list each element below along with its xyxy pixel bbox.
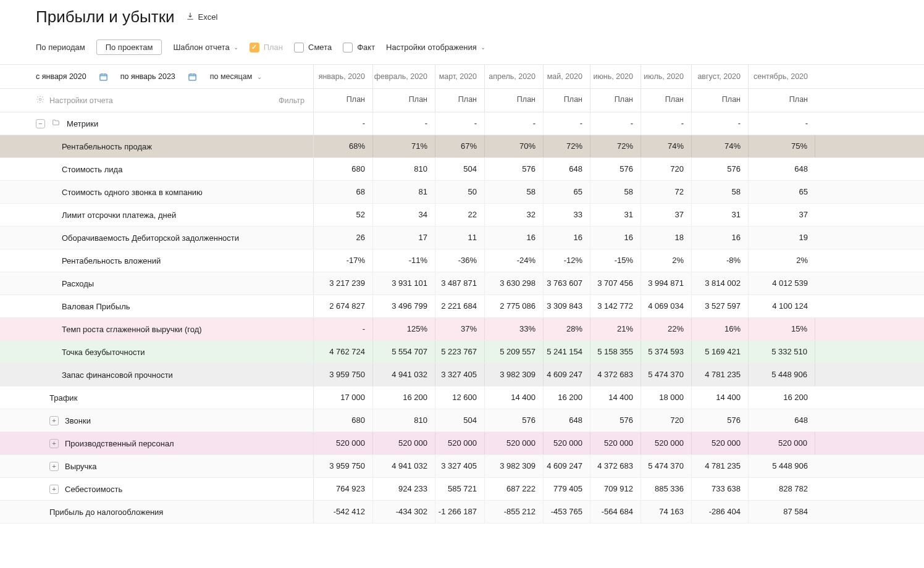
calendar-icon[interactable]	[188, 72, 197, 81]
row-label-text: Выручка	[65, 462, 97, 471]
cell: 520 000	[544, 432, 590, 454]
row-label-revenue: +Выручка	[0, 455, 314, 477]
chevron-down-icon: ⌄	[233, 44, 238, 51]
cell: 4 781 235	[692, 364, 749, 386]
row-label-gross-profit: Валовая Прибыль	[0, 295, 314, 317]
row-label-text: Прибыль до налогообложения	[49, 507, 163, 517]
checkbox-plan[interactable]: План	[250, 43, 283, 52]
cell: 16	[544, 227, 590, 249]
cell: -12%	[544, 249, 590, 272]
cell: 4 609 247	[544, 364, 590, 386]
cell: 3 217 239	[314, 272, 373, 294]
cell: -	[692, 112, 749, 135]
cell: 18 000	[641, 386, 692, 409]
row-label-text: Себестоимость	[65, 485, 122, 494]
cell: 3 142 772	[590, 295, 641, 317]
collapse-icon[interactable]: −	[36, 119, 45, 128]
cell: 58	[692, 181, 749, 203]
cell: 3 982 309	[485, 455, 544, 477]
cell: 520 000	[641, 432, 692, 454]
month-header: февраль, 2020	[373, 65, 435, 88]
tab-projects[interactable]: По проектам	[96, 40, 162, 55]
cell: 720	[641, 409, 692, 432]
cell: 26	[314, 227, 373, 249]
cell: -8%	[692, 249, 749, 272]
calendar-icon[interactable]	[99, 72, 108, 81]
filter-button[interactable]: Фильтр	[279, 96, 304, 105]
cell: 3 763 607	[544, 272, 590, 294]
granularity-dropdown[interactable]: по месяцам ⌄	[209, 72, 262, 81]
expand-icon[interactable]: +	[49, 439, 59, 448]
cell: 16%	[692, 318, 749, 340]
table-row: Рентабельность продаж68%71%67%70%72%72%7…	[0, 135, 924, 158]
cell: 764 923	[314, 478, 373, 500]
export-excel-button[interactable]: Excel	[186, 12, 218, 22]
cell: 733 638	[692, 478, 749, 500]
date-from[interactable]: с января 2020	[36, 72, 86, 81]
row-label-breakeven: Точка безубыточности	[0, 341, 314, 363]
cell: -17%	[314, 249, 373, 272]
month-header: апрель, 2020	[485, 65, 544, 88]
cell: 520 000	[373, 432, 435, 454]
page-title: Прибыли и убытки	[36, 7, 175, 27]
cell: 37	[641, 204, 692, 226]
display-settings-dropdown[interactable]: Настройки отображения ⌄	[386, 43, 485, 52]
cell: -	[590, 112, 641, 135]
row-label-sales-profitability: Рентабельность продаж	[0, 135, 314, 157]
table-row: Расходы3 217 2393 931 1013 487 8713 630 …	[0, 272, 924, 295]
gear-icon[interactable]	[36, 95, 44, 106]
row-label-text: Оборачиваемость Дебиторской задолженност…	[62, 233, 239, 243]
plan-header: План	[373, 89, 435, 112]
cell: 5 223 767	[435, 341, 485, 363]
cell: -	[544, 112, 590, 135]
row-label-roi: Рентабельность вложений	[0, 249, 314, 272]
export-excel-label: Excel	[198, 12, 218, 22]
cell: 648	[749, 158, 815, 180]
cell: 4 609 247	[544, 455, 590, 477]
date-to[interactable]: по январь 2023	[120, 72, 175, 81]
row-label-pretax-profit: Прибыль до налогообложения	[0, 501, 314, 523]
cell: 585 721	[435, 478, 485, 500]
checkbox-fact[interactable]: Факт	[343, 43, 375, 52]
cell: 2 674 827	[314, 295, 373, 317]
row-label-lead-cost: Стоимость лида	[0, 158, 314, 180]
template-dropdown[interactable]: Шаблон отчета ⌄	[173, 43, 238, 52]
chevron-down-icon: ⌄	[481, 44, 485, 51]
cell: 576	[485, 409, 544, 432]
cell: 72	[641, 181, 692, 203]
cell: 68%	[314, 135, 373, 157]
row-label-prod-staff: +Производственный персонал	[0, 432, 314, 454]
row-label-text: Лимит отсрочки платежа, дней	[62, 211, 176, 220]
cell: 16	[485, 227, 544, 249]
plan-header: План	[641, 89, 692, 112]
cell: 779 405	[544, 478, 590, 500]
cell: 504	[435, 158, 485, 180]
cell: 65	[749, 181, 815, 203]
cell: 3 994 871	[641, 272, 692, 294]
tab-periods[interactable]: По периодам	[36, 39, 85, 56]
chevron-down-icon: ⌄	[257, 73, 262, 80]
cell: 4 941 032	[373, 364, 435, 386]
month-header: июль, 2020	[641, 65, 692, 88]
table-row: Темп роста сглаженной выручки (год)-125%…	[0, 318, 924, 341]
expand-icon[interactable]: +	[49, 485, 59, 494]
cell: 3 630 298	[485, 272, 544, 294]
expand-icon[interactable]: +	[49, 416, 59, 425]
cell: -15%	[590, 249, 641, 272]
cell: 37%	[435, 318, 485, 340]
row-label-text: Расходы	[62, 279, 94, 288]
cell: 720	[641, 158, 692, 180]
cell: 3 527 597	[692, 295, 749, 317]
expand-icon[interactable]: +	[49, 462, 59, 471]
checkbox-estimate[interactable]: Смета	[294, 43, 332, 52]
cell: 14 400	[485, 386, 544, 409]
month-header: май, 2020	[544, 65, 590, 88]
cell: -24%	[485, 249, 544, 272]
cell: 648	[544, 409, 590, 432]
cell: 68	[314, 181, 373, 203]
report-settings-label[interactable]: Настройки отчета	[49, 96, 113, 105]
cell: -	[749, 112, 815, 135]
cell: 520 000	[692, 432, 749, 454]
cell: 125%	[373, 318, 435, 340]
row-label-text: Рентабельность продаж	[62, 142, 152, 151]
